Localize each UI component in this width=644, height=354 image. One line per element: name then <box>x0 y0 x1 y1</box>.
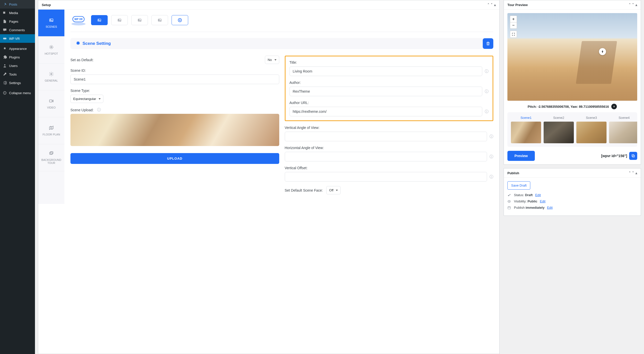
info-icon[interactable]: ⓘ <box>490 174 493 179</box>
delete-scene-button[interactable] <box>483 38 493 49</box>
visibility-edit-link[interactable]: Edit <box>540 199 545 203</box>
scene-thumb-add[interactable] <box>172 15 188 25</box>
comments-icon <box>3 28 7 32</box>
info-icon[interactable]: ⓘ <box>490 154 493 159</box>
panel-move-up-icon[interactable]: ˄ <box>488 3 489 7</box>
scenes-icon <box>49 18 54 23</box>
info-icon[interactable]: ⓘ <box>485 69 489 74</box>
shortcode-text: [wpvr id="156"] <box>601 154 627 158</box>
info-icon[interactable]: ⓘ <box>485 89 489 94</box>
face-select[interactable]: Off <box>326 186 341 194</box>
panel-toggle-icon[interactable]: ▴ <box>494 3 496 7</box>
vaov-input[interactable] <box>285 132 487 141</box>
author-url-input[interactable] <box>290 107 482 116</box>
panel-move-up-icon[interactable]: ˄ <box>629 3 631 7</box>
vaov-label: Vertical Angle of View: <box>285 126 494 130</box>
svg-rect-25 <box>632 155 634 157</box>
menu-settings-label: Settings <box>9 81 21 85</box>
menu-tools-label: Tools <box>9 73 17 76</box>
panel-move-down-icon[interactable]: ˅ <box>632 171 634 175</box>
info-icon[interactable]: ⓘ <box>97 108 101 112</box>
panel-toggle-icon[interactable]: ▴ <box>635 171 637 175</box>
info-icon[interactable]: ⓘ <box>490 134 493 139</box>
key-icon <box>507 193 511 197</box>
tab-background-tour[interactable]: BACKGROUND TOUR <box>38 144 64 171</box>
tour-preview-panel: Tour Preview ˄ ˅ ▴ + − <box>504 0 641 165</box>
down-arrow-icon[interactable] <box>611 104 617 109</box>
copy-shortcode-button[interactable] <box>629 152 637 160</box>
scene-chip-1[interactable]: Scene1 <box>511 116 541 143</box>
menu-media[interactable]: Media <box>0 9 35 17</box>
voffset-label: Vertical Offset: <box>285 166 494 170</box>
scene-chip-4[interactable]: Scene4 <box>609 116 637 143</box>
scene-thumb-1[interactable] <box>91 15 108 25</box>
menu-wpvr[interactable]: WP VR <box>0 34 35 43</box>
scene-thumbnail <box>609 122 637 143</box>
set-default-label: Set as Default: <box>70 58 94 62</box>
scene-chip-2[interactable]: Scene2 <box>544 116 574 143</box>
panel-toggle-icon[interactable]: ▴ <box>635 3 637 7</box>
section-header: Scene Setting <box>70 38 493 49</box>
scene-thumb-2[interactable] <box>111 15 128 25</box>
collapse-icon <box>3 91 7 95</box>
info-icon[interactable]: ⓘ <box>485 109 489 114</box>
haov-input[interactable] <box>285 152 487 161</box>
author-input[interactable] <box>290 87 482 96</box>
tour-panel-header: Tour Preview ˄ ˅ ▴ <box>504 0 641 10</box>
tab-video-label: VIDEO <box>47 106 56 109</box>
menu-plugins[interactable]: Plugins <box>0 53 35 61</box>
scene-thumb-row <box>91 15 188 25</box>
scene-id-input[interactable] <box>70 75 279 84</box>
pano-viewer[interactable]: + − <box>507 13 637 101</box>
svg-rect-24 <box>632 155 634 157</box>
menu-pages[interactable]: Pages <box>0 17 35 26</box>
wpvr-icon <box>3 36 7 41</box>
scene-strip: Scene1 Scene2 Scene3 Scene4 <box>507 112 637 147</box>
menu-tools[interactable]: Tools <box>0 70 35 79</box>
scene-thumb-3[interactable] <box>131 15 148 25</box>
author-label: Author: <box>290 81 489 85</box>
svg-rect-10 <box>50 152 52 155</box>
tab-hotspot-label: HOTSPOT <box>45 52 58 55</box>
panel-move-down-icon[interactable]: ˅ <box>632 3 634 7</box>
preview-button[interactable]: Preview <box>507 151 535 161</box>
users-icon <box>3 63 7 68</box>
status-edit-link[interactable]: Edit <box>535 193 541 197</box>
panel-move-up-icon[interactable]: ˄ <box>629 171 631 175</box>
title-input[interactable] <box>290 66 482 76</box>
visibility-line: Visibility: Public Edit <box>507 199 637 203</box>
tab-floor-plan[interactable]: FLOOR PLAN <box>38 117 64 144</box>
tab-background-tour-label: BACKGROUND TOUR <box>40 158 63 164</box>
pages-icon <box>3 19 7 24</box>
panel-move-down-icon[interactable]: ˅ <box>491 3 493 7</box>
zoom-out-button[interactable]: − <box>510 22 517 29</box>
save-draft-button[interactable]: Save Draft <box>507 181 530 190</box>
menu-comments[interactable]: Comments <box>0 26 35 34</box>
tab-video[interactable]: VIDEO <box>38 90 64 117</box>
zoom-in-button[interactable]: + <box>510 16 517 22</box>
menu-users[interactable]: Users <box>0 61 35 70</box>
scene-chip-3[interactable]: Scene3 <box>576 116 607 143</box>
tab-general[interactable]: GENERAL <box>38 63 64 90</box>
fullscreen-button[interactable] <box>510 31 517 38</box>
menu-posts[interactable]: Posts <box>0 0 35 9</box>
scene-type-select[interactable]: Equirectangular <box>70 95 103 103</box>
general-icon <box>49 72 54 77</box>
scene-upload-preview <box>70 114 279 146</box>
svg-point-1 <box>4 64 6 65</box>
menu-settings[interactable]: Settings <box>0 79 35 87</box>
menu-collapse[interactable]: Collapse menu <box>0 89 35 97</box>
tab-hotspot[interactable]: HOTSPOT <box>38 37 64 63</box>
tab-scenes[interactable]: SCENES <box>38 10 64 37</box>
scene-thumb-4[interactable] <box>151 15 168 25</box>
menu-appearance[interactable]: Appearance <box>0 44 35 53</box>
vr-tabs-nav: SCENES HOTSPOT GENERAL VIDEO <box>38 10 64 204</box>
schedule-edit-link[interactable]: Edit <box>547 206 552 209</box>
highlight-block: Title: ⓘ Author: <box>285 56 494 121</box>
upload-button[interactable]: UPLOAD <box>70 153 279 164</box>
voffset-input[interactable] <box>285 172 487 182</box>
set-default-select[interactable]: No <box>265 56 279 64</box>
scene-thumbnail <box>511 122 541 143</box>
tab-scenes-label: SCENES <box>46 25 57 28</box>
setup-panel: Setup ˄ ˅ ▴ SCENES HOTSPOT <box>38 0 500 354</box>
